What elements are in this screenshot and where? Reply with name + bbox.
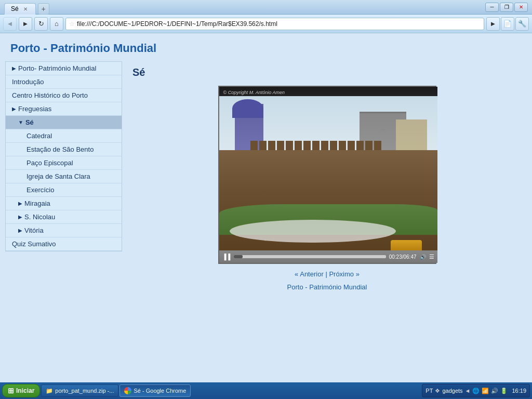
tools-button[interactable]: 🔧: [515, 17, 529, 31]
flowers: [230, 220, 396, 243]
sidebar-item-catedral[interactable]: Catedral: [6, 129, 122, 143]
browser-tab-active[interactable]: Sé ✕: [4, 3, 36, 15]
taskbar-item-label: porto_pat_mund.zip -...: [55, 388, 114, 394]
sidebar-item-intro[interactable]: Introdução: [6, 75, 122, 89]
sidebar-item-porto[interactable]: ▶ Porto- Património Mundial: [6, 62, 122, 75]
address-bar[interactable]: ☆ file:///C:/DOCUME~1/PEDROR~1/DEFINI~1/…: [65, 18, 484, 30]
page-header: Porto - Património Mundial: [0, 33, 532, 61]
back-button[interactable]: ◄: [3, 17, 17, 31]
chrome-icon: [124, 387, 131, 394]
sidebar-item-label: Sé: [25, 118, 34, 126]
video-copyright: © Copyright M. António Amen: [223, 90, 285, 95]
close-button[interactable]: ✕: [514, 3, 528, 12]
sidebar: ▶ Porto- Património Mundial Introdução C…: [0, 61, 122, 382]
refresh-button[interactable]: ↻: [34, 17, 48, 31]
menu-icon[interactable]: ☰: [429, 254, 434, 260]
sidebar-item-exercicio[interactable]: Exercício: [6, 183, 122, 197]
play-pause-button[interactable]: ▐▐: [222, 254, 231, 260]
taskbar-item-chrome[interactable]: Sé - Google Chrome: [119, 384, 191, 397]
wifi-icon: 📶: [482, 388, 489, 394]
taskbar-item-zip[interactable]: 📁 porto_pat_mund.zip -...: [41, 384, 118, 397]
sidebar-item-label: Igreja de Santa Clara: [26, 172, 90, 180]
go-button[interactable]: ►: [486, 17, 500, 31]
sidebar-item-label: Miragaia: [24, 200, 50, 207]
sidebar-item-quiz[interactable]: Quiz Sumativo: [6, 237, 122, 251]
main-content: ▶ Porto- Património Mundial Introdução C…: [0, 61, 532, 382]
next-link[interactable]: Próximo »: [329, 270, 360, 278]
page-title: Porto - Património Mundial: [10, 42, 522, 55]
arrow-down-icon: ▼: [18, 119, 23, 125]
sidebar-item-centro[interactable]: Centro Histórico do Porto: [6, 89, 122, 102]
chrome-window: Sé ✕ + ─ ❐ ✕ ◄ ► ↻ ⌂ ☆ file:///C:/DOCUME…: [0, 0, 532, 399]
sidebar-item-label: Porto- Património Mundial: [18, 64, 96, 72]
network-icon: 🌐: [472, 388, 480, 394]
sidebar-item-label: Estação de São Bento: [26, 145, 94, 153]
sidebar-item-santa-clara[interactable]: Igreja de Santa Clara: [6, 170, 122, 183]
arrow-icon: ▶: [12, 106, 16, 112]
url-text: file:///C:/DOCUME~1/PEDROR~1/DEFINI~1/Te…: [77, 20, 481, 28]
nav-right-buttons: ► 📄 🔧: [486, 17, 529, 31]
time-display: 00:23/06:47: [389, 254, 417, 260]
sidebar-item-freguesias[interactable]: ▶ Freguesias: [6, 102, 122, 116]
sidebar-item-vitoria[interactable]: ▶ Vitória: [6, 224, 122, 237]
nav-bar: ◄ ► ↻ ⌂ ☆ file:///C:/DOCUME~1/PEDROR~1/D…: [0, 15, 532, 33]
sidebar-item-se[interactable]: ▼ Sé: [6, 116, 122, 129]
arrow-icon: ▶: [18, 228, 22, 233]
caption: Porto - Património Mundial: [218, 283, 436, 291]
sidebar-item-s-nicolau[interactable]: ▶ S. Nicolau: [6, 210, 122, 224]
system-tray: PT ❖ gadgets ◄ 🌐 📶 🔊 🔋 16:19: [422, 384, 530, 397]
sidebar-item-label: Quiz Sumativo: [12, 240, 56, 248]
video-screen: © Copyright M. António Amen: [219, 87, 437, 250]
windows-logo: ⊞: [8, 387, 14, 395]
battery-icon: 🔋: [500, 388, 508, 394]
forward-button[interactable]: ►: [19, 17, 32, 31]
title-bar: Sé ✕ + ─ ❐ ✕: [0, 0, 532, 15]
sidebar-item-miragaia[interactable]: ▶ Miragaia: [6, 197, 122, 210]
gadgets-label: gadgets: [442, 388, 462, 394]
progress-bar[interactable]: [234, 255, 386, 258]
minimize-button[interactable]: ─: [485, 3, 499, 12]
tab-close-btn[interactable]: ✕: [22, 5, 29, 12]
page-button[interactable]: 📄: [501, 17, 514, 31]
video-scene: 〜: [219, 96, 437, 250]
tab-strip: Sé ✕ +: [4, 0, 485, 15]
taskbar: ⊞ Iniciar 📁 porto_pat_mund.zip -... Sé -…: [0, 382, 532, 399]
sidebar-item-label: Catedral: [26, 132, 52, 140]
tower-top: [232, 99, 263, 118]
volume-tray-icon: 🔊: [491, 388, 498, 394]
video-image: © Copyright M. António Amen: [219, 87, 437, 250]
sidebar-item-paco[interactable]: Paço Episcopal: [6, 156, 122, 170]
arrow-icon: ▶: [18, 214, 22, 220]
section-title: Sé: [132, 66, 522, 78]
sidebar-item-label: S. Nicolau: [24, 213, 55, 221]
sidebar-item-label: Exercício: [26, 186, 54, 194]
sidebar-nav: ▶ Porto- Património Mundial Introdução C…: [5, 61, 122, 251]
taskbar-item-icon: 📁: [46, 388, 53, 394]
sidebar-item-sao-bento[interactable]: Estação de São Bento: [6, 143, 122, 156]
nav-links: « Anterior | Próximo »: [218, 270, 436, 278]
sidebar-item-label: Paço Episcopal: [26, 159, 73, 167]
page-area: Porto - Património Mundial ▶ Porto- Patr…: [0, 33, 532, 382]
video-player[interactable]: © Copyright M. António Amen: [218, 86, 436, 264]
progress-fill: [234, 255, 243, 258]
language-indicator: PT: [425, 388, 433, 394]
content-area: Sé © Copyright M. António Amen: [122, 61, 532, 382]
sidebar-item-label: Introdução: [12, 78, 44, 86]
arrow-icon[interactable]: ◄: [465, 388, 471, 394]
video-controls[interactable]: ▐▐ 00:23/06:47 🔊 ☰: [219, 250, 437, 263]
bookmark-icon: ☆: [69, 20, 75, 28]
restore-button[interactable]: ❐: [500, 3, 513, 12]
new-tab-button[interactable]: +: [38, 3, 49, 15]
start-button[interactable]: ⊞ Iniciar: [2, 384, 40, 397]
volume-icon[interactable]: 🔊: [420, 254, 426, 260]
gadgets-icon: ❖: [435, 388, 440, 394]
sidebar-item-label: Freguesias: [18, 105, 51, 113]
arrow-icon: ▶: [18, 201, 22, 206]
clock: 16:19: [512, 388, 526, 394]
sidebar-item-label: Centro Histórico do Porto: [12, 91, 88, 99]
previous-link[interactable]: « Anterior: [295, 270, 324, 278]
home-button[interactable]: ⌂: [50, 17, 63, 31]
sidebar-item-label: Vitória: [24, 227, 44, 234]
taskbar-item-label: Sé - Google Chrome: [134, 388, 186, 394]
window-controls: ─ ❐ ✕: [485, 3, 528, 12]
